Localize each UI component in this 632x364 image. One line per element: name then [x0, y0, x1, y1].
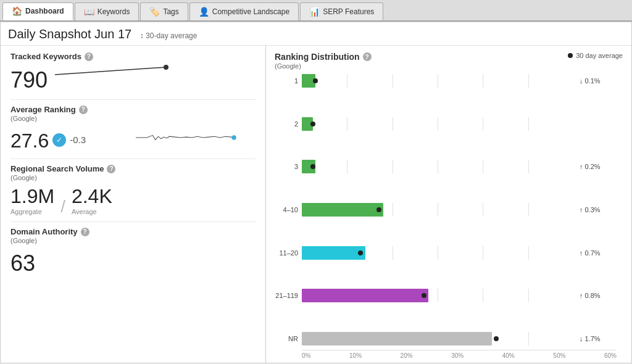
- svg-line-0: [55, 67, 166, 75]
- dashboard-icon: 🏠: [12, 6, 22, 16]
- bar-track: [302, 160, 573, 173]
- grid-line: [483, 160, 483, 173]
- regional-volume-title: Regional Search Volume ?: [10, 164, 256, 173]
- domain-authority-help[interactable]: ?: [81, 228, 89, 236]
- chart-help[interactable]: ?: [363, 52, 372, 61]
- grid-line: [347, 160, 347, 173]
- bar-row: 2: [275, 115, 617, 133]
- bar-label: NR: [275, 335, 298, 342]
- grid-line: [483, 74, 483, 88]
- right-panel: Ranking Distribution ? (Google) 30 day a…: [266, 46, 631, 363]
- grid-line: [483, 246, 483, 260]
- bar-dot: [422, 293, 426, 298]
- x-axis: 0%10%20%30%40%50%60%: [302, 347, 623, 359]
- bar-track: [302, 246, 573, 260]
- grid-line: [393, 117, 393, 131]
- grid-line: [393, 74, 393, 88]
- arrow-up-icon: ↑: [580, 206, 583, 213]
- grid-line: [438, 203, 438, 217]
- grid-line: [528, 289, 529, 302]
- grid-line: [528, 160, 529, 173]
- avg-rank-row: 27.6 ✓ -0.3: [10, 127, 131, 152]
- tab-dashboard[interactable]: 🏠 Dashboard: [2, 2, 73, 20]
- bar-dot: [376, 207, 381, 212]
- bar-row: 1↓0.1%: [275, 72, 617, 89]
- arrow-up-icon: ↑: [580, 249, 583, 257]
- svg-point-2: [231, 135, 236, 139]
- legend-dot: [568, 53, 573, 58]
- bar-track: [302, 332, 573, 345]
- tab-tags[interactable]: 🏷️ Tags: [140, 2, 188, 20]
- chart-area: 1↓0.1%23↑0.2%4–10↑0.3%11–20↑0.7%21–119↑0…: [275, 72, 623, 347]
- chart-legend: 30 day average: [568, 52, 623, 59]
- domain-authority-title: Domain Authority ?: [10, 227, 256, 236]
- grid-line: [528, 332, 529, 345]
- aggregate-label: Aggregate: [10, 208, 42, 215]
- page-title: Daily Snapshot Jun 17 ↕ 30-day average: [8, 27, 624, 41]
- tracked-keywords-sparkline-row: 790: [10, 62, 256, 93]
- ranking-delta: -0.3: [70, 134, 86, 145]
- bar-label: 3: [275, 163, 298, 170]
- bar-track: [302, 289, 573, 302]
- tab-competitive-label: Competitive Landscape: [212, 7, 289, 16]
- bar-row: 11–20↑0.7%: [275, 244, 617, 262]
- tab-competitive[interactable]: 👤 Competitive Landscape: [189, 2, 299, 20]
- bar-change: 0.1%: [585, 77, 601, 85]
- grid-line: [528, 203, 529, 217]
- tracked-keywords-section: Tracked Keywords ? 790: [10, 52, 256, 100]
- body-split: Tracked Keywords ? 790 Average Ran: [1, 46, 631, 363]
- grid-line: [393, 203, 393, 217]
- tab-serp[interactable]: 📊 SERP Features: [300, 2, 383, 20]
- bar-dot: [310, 164, 315, 169]
- bar-dot: [313, 78, 318, 83]
- average-value: 2.4K: [72, 185, 112, 208]
- average-ranking-help[interactable]: ?: [79, 105, 88, 114]
- average-ranking-section: Average Ranking ? (Google) 27.6 ✓ -0.3: [10, 105, 256, 159]
- average-ranking-title: Average Ranking ?: [10, 105, 256, 114]
- bar-info: ↑0.3%: [580, 206, 617, 213]
- bar-label: 2: [275, 120, 298, 128]
- regional-volume-help[interactable]: ?: [107, 165, 115, 173]
- tab-serp-label: SERP Features: [323, 7, 374, 16]
- tags-icon: 🏷️: [149, 7, 160, 17]
- volume-row: 1.9M Aggregate / 2.4K Average: [10, 185, 256, 215]
- tab-keywords-label: Keywords: [98, 7, 130, 16]
- svg-point-1: [164, 65, 168, 70]
- grid-line: [393, 246, 393, 260]
- arrow-up-icon: ↑: [580, 292, 583, 299]
- tab-dashboard-label: Dashboard: [25, 7, 64, 15]
- chart-title-group: Ranking Distribution ? (Google): [275, 52, 372, 70]
- bar-row: 3↑0.2%: [275, 158, 617, 175]
- grid-line: [438, 117, 438, 131]
- average-label: Average: [72, 208, 97, 215]
- grid-line: [393, 160, 393, 173]
- chart-header: Ranking Distribution ? (Google) 30 day a…: [275, 52, 623, 70]
- x-axis-tick: 10%: [349, 352, 362, 359]
- grid-line: [438, 160, 438, 173]
- grid-line: [528, 246, 529, 260]
- tracked-keywords-help[interactable]: ?: [85, 52, 93, 61]
- bar-fill: [302, 203, 383, 217]
- domain-authority-section: Domain Authority ? (Google) 63: [10, 227, 256, 283]
- x-axis-tick: 20%: [401, 352, 413, 359]
- competitive-icon: 👤: [199, 7, 209, 17]
- chart-subtitle: (Google): [275, 62, 372, 70]
- x-axis-tick: 60%: [604, 352, 617, 359]
- tab-keywords[interactable]: 📖 Keywords: [75, 2, 139, 20]
- grid-line: [438, 246, 438, 260]
- bar-fill: [302, 332, 492, 345]
- grid-line: [438, 74, 438, 88]
- grid-line: [483, 117, 483, 131]
- tracked-keywords-value: 790: [10, 67, 48, 93]
- serp-icon: 📊: [309, 7, 320, 17]
- bar-track: [302, 74, 573, 88]
- bar-row: 4–10↑0.3%: [275, 201, 617, 218]
- left-panel: Tracked Keywords ? 790 Average Ran: [1, 46, 266, 363]
- grid-line: [347, 117, 347, 131]
- grid-line: [528, 74, 529, 88]
- bar-label: 21–119: [275, 292, 298, 299]
- bar-dot: [310, 122, 315, 126]
- bar-change: 0.2%: [585, 163, 601, 170]
- chart-title: Ranking Distribution ?: [275, 52, 372, 62]
- bar-dot: [494, 336, 499, 341]
